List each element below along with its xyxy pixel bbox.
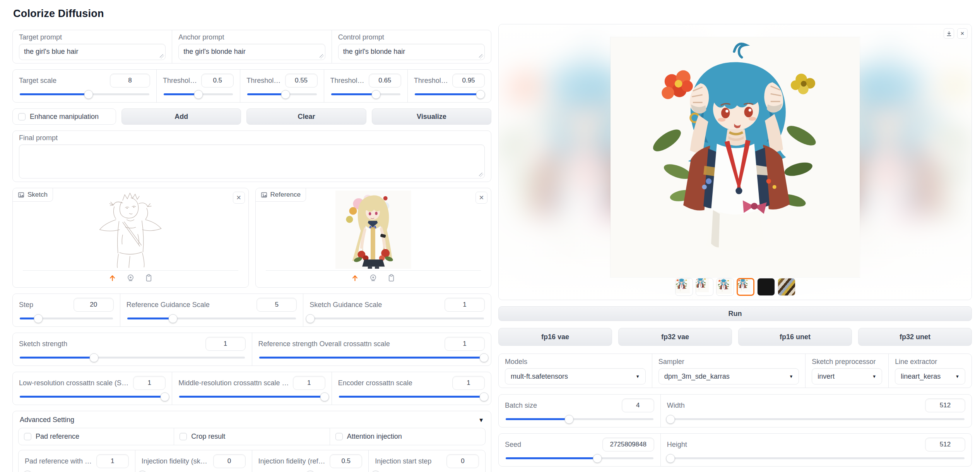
target-prompt-input[interactable]: the girl's blue hair: [19, 44, 166, 60]
sketch-strength-slider[interactable]: [20, 357, 245, 359]
line-extractor-dropdown[interactable]: lineart_keras ▼: [895, 368, 965, 384]
gallery-thumbnail-4-selected[interactable]: [737, 278, 754, 296]
fp16-vae-button[interactable]: fp16 vae: [498, 328, 612, 346]
result-image[interactable]: [611, 37, 860, 277]
models-dropdown[interactable]: mult-ft.safetensors ▼: [505, 368, 646, 384]
step-input[interactable]: [74, 298, 114, 312]
step-slider[interactable]: [20, 318, 113, 319]
fp32-vae-button[interactable]: fp32 vae: [618, 328, 732, 346]
slider-handle[interactable]: [372, 90, 381, 99]
slider-handle[interactable]: [593, 454, 602, 463]
sketch-image[interactable]: [13, 191, 248, 269]
threshold-1-slider[interactable]: [247, 93, 316, 95]
width-input[interactable]: [925, 398, 965, 412]
batch-size-slider[interactable]: [506, 418, 653, 420]
pad-margin-input[interactable]: [96, 454, 129, 468]
height-input[interactable]: [925, 438, 965, 451]
checkbox-box[interactable]: [18, 113, 26, 120]
encoder-crossattn-slider[interactable]: [339, 396, 484, 398]
height-slider[interactable]: [668, 457, 965, 459]
gallery-close-button[interactable]: ✕: [957, 28, 968, 39]
slider-handle[interactable]: [84, 90, 93, 99]
slider-handle[interactable]: [168, 314, 177, 323]
threshold-1-input[interactable]: [285, 74, 318, 88]
crop-result-checkbox[interactable]: Crop result: [174, 428, 329, 445]
fp32-unet-button[interactable]: fp32 unet: [858, 328, 972, 346]
low-res-crossattn-slider[interactable]: [20, 396, 165, 398]
threshold-3-input[interactable]: [452, 74, 485, 88]
threshold-3-slider[interactable]: [415, 93, 484, 95]
webcam-icon[interactable]: [369, 274, 377, 282]
pad-reference-checkbox[interactable]: Pad reference: [19, 428, 174, 445]
reference-guidance-slider[interactable]: [127, 318, 296, 319]
clipboard-icon[interactable]: [387, 274, 395, 282]
sampler-dropdown[interactable]: dpm_3m_sde_karras ▼: [658, 368, 799, 384]
seed-input[interactable]: [602, 438, 654, 451]
run-button[interactable]: Run: [498, 306, 972, 321]
slider-handle[interactable]: [320, 392, 329, 401]
enhance-manipulation-checkbox[interactable]: Enhance manipulation: [12, 108, 116, 125]
slider-handle[interactable]: [666, 454, 675, 463]
attention-injection-checkbox[interactable]: Attention injection: [330, 428, 485, 445]
threshold-2-slider[interactable]: [331, 93, 400, 95]
upload-icon[interactable]: [108, 274, 116, 282]
checkbox-box[interactable]: [24, 433, 31, 440]
threshold-0-input[interactable]: [201, 74, 234, 88]
slider-handle[interactable]: [476, 90, 485, 99]
injection-fidelity-sketch-input[interactable]: [213, 454, 246, 468]
resize-grip-icon[interactable]: [160, 54, 164, 58]
clear-button[interactable]: Clear: [246, 108, 366, 125]
final-prompt-input[interactable]: [19, 144, 485, 179]
slider-handle[interactable]: [34, 314, 43, 323]
target-scale-input[interactable]: [110, 74, 150, 88]
visualize-button[interactable]: Visualize: [372, 108, 491, 125]
reference-strength-input[interactable]: [445, 337, 485, 351]
slider-handle[interactable]: [89, 353, 98, 362]
width-slider[interactable]: [668, 418, 965, 420]
mid-res-crossattn-input[interactable]: [293, 376, 325, 390]
threshold-2-input[interactable]: [369, 74, 401, 88]
clipboard-icon[interactable]: [145, 274, 153, 282]
slider-handle[interactable]: [23, 470, 32, 472]
sketch-strength-input[interactable]: [205, 337, 246, 351]
slider-handle[interactable]: [306, 314, 315, 323]
reference-strength-slider[interactable]: [259, 357, 484, 359]
gallery-thumbnail-2[interactable]: [696, 278, 713, 296]
sketch-guidance-slider[interactable]: [310, 318, 484, 319]
resize-grip-icon[interactable]: [320, 54, 324, 58]
slider-handle[interactable]: [138, 470, 147, 472]
slider-handle[interactable]: [479, 392, 488, 401]
checkbox-box[interactable]: [180, 433, 187, 440]
download-button[interactable]: [944, 28, 954, 39]
slider-handle[interactable]: [371, 470, 380, 472]
injection-fidelity-reference-input[interactable]: [330, 454, 362, 468]
slider-handle[interactable]: [161, 392, 169, 401]
add-button[interactable]: Add: [121, 108, 241, 125]
webcam-icon[interactable]: [127, 274, 135, 282]
injection-start-step-input[interactable]: [446, 454, 479, 468]
reference-guidance-input[interactable]: [257, 298, 297, 312]
seed-slider[interactable]: [506, 457, 653, 459]
gallery-thumbnail-5[interactable]: [757, 278, 775, 296]
resize-grip-icon[interactable]: [479, 173, 483, 177]
slider-handle[interactable]: [194, 90, 203, 99]
checkbox-box[interactable]: [335, 433, 343, 440]
resize-grip-icon[interactable]: [479, 54, 483, 58]
slider-handle[interactable]: [480, 353, 489, 362]
gallery-thumbnail-1[interactable]: [675, 278, 693, 296]
anchor-prompt-input[interactable]: the girl's blonde hair: [178, 44, 325, 60]
advanced-settings-header[interactable]: Advanced Setting ▼: [18, 415, 486, 428]
gallery-thumbnail-6[interactable]: [778, 278, 795, 296]
reference-image[interactable]: [256, 191, 491, 269]
slider-handle[interactable]: [565, 415, 574, 424]
accordion-caret-icon[interactable]: ▼: [478, 417, 484, 423]
threshold-0-slider[interactable]: [164, 93, 233, 95]
control-prompt-input[interactable]: the girl's blonde hair: [338, 44, 485, 60]
sketch-guidance-input[interactable]: [445, 298, 485, 312]
target-scale-slider[interactable]: [20, 93, 149, 95]
fp16-unet-button[interactable]: fp16 unet: [738, 328, 852, 346]
slider-handle[interactable]: [666, 415, 675, 424]
slider-handle[interactable]: [306, 470, 315, 472]
batch-size-input[interactable]: [622, 398, 654, 412]
sketch-preprocessor-dropdown[interactable]: invert ▼: [812, 368, 882, 384]
